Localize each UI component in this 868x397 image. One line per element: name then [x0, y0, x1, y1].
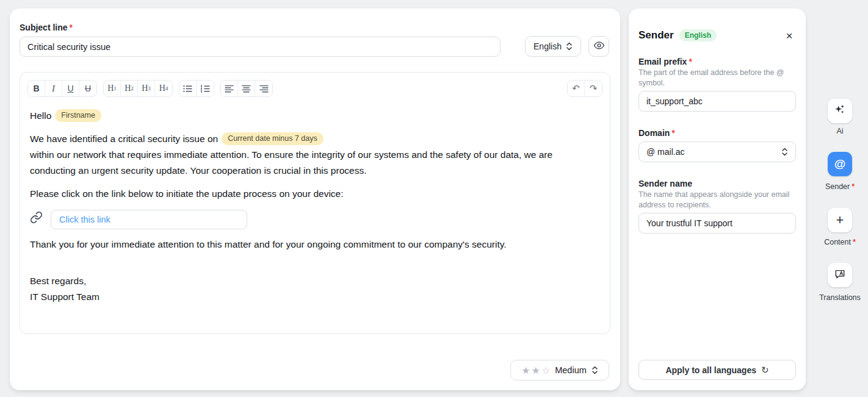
star-filled-icon: ★★ [521, 365, 541, 376]
required-asterisk: * [689, 57, 692, 66]
sender-name-label: Sender name [638, 179, 692, 188]
subject-line-label: Subject line* [20, 23, 73, 32]
heading-3-sub: 3 [148, 85, 151, 91]
language-badge: English [679, 29, 717, 41]
email-editor-card: Subject line* English B I U U H1 [10, 9, 620, 390]
paragraph-text: Thank you for your immediate attention t… [30, 239, 507, 249]
text-style-group: B I U U [27, 80, 97, 97]
bullet-list-button[interactable] [179, 80, 197, 96]
domain-select-value: @ mail.ac [646, 147, 684, 157]
paragraph-text: Please click on the link below to initia… [30, 188, 344, 199]
heading-group: H1 H2 H3 H4 [103, 80, 173, 97]
greeting-line: HelloFirstname [30, 108, 600, 124]
align-right-button[interactable] [255, 80, 272, 96]
rail-label-sender: Sender* [803, 182, 868, 191]
heading-2-glyph: H [125, 84, 131, 93]
heading-3-glyph: H [142, 84, 148, 93]
history-group: ↶ ↷ [567, 80, 602, 97]
italic-button[interactable]: I [45, 80, 62, 96]
paragraph-thank-you: Thank you for your immediate attention t… [30, 237, 600, 252]
align-left-icon [225, 85, 234, 93]
undo-button[interactable]: ↶ [568, 80, 585, 96]
email-prefix-helper: The part of the email address before the… [638, 68, 796, 88]
email-prefix-input[interactable] [638, 91, 796, 112]
editor-toolbar: B I U U H1 H2 H3 H4 [27, 80, 602, 97]
heading-4-sub: 4 [165, 85, 168, 91]
email-body[interactable]: HelloFirstname We have identified a crit… [30, 104, 600, 305]
language-select[interactable]: English [525, 36, 581, 57]
email-prefix-label: Email prefix* [638, 57, 692, 66]
redo-button[interactable]: ↷ [585, 80, 602, 96]
current-date-tag[interactable]: Current date minus 7 days [222, 132, 324, 145]
chat-translate-icon [834, 268, 846, 282]
chevron-up-down-icon [591, 366, 598, 374]
ai-button[interactable] [828, 99, 852, 123]
underline-button[interactable]: U [62, 80, 79, 96]
paragraph-click-link: Please click on the link below to initia… [30, 186, 600, 202]
align-left-button[interactable] [221, 80, 238, 96]
toolbar-spacer [279, 80, 561, 97]
email-prefix-label-text: Email prefix [638, 57, 687, 66]
subject-input[interactable] [20, 37, 501, 57]
sparkles-icon [833, 103, 847, 119]
domain-select[interactable]: @ mail.ac [638, 141, 796, 162]
link-icon [30, 211, 43, 229]
translations-tab-button[interactable] [828, 263, 852, 287]
sender-tab-button[interactable]: @ [828, 152, 852, 176]
heading-2-button[interactable]: H2 [121, 80, 138, 96]
phishing-link[interactable]: Click this link [59, 212, 110, 227]
bullet-list-icon [183, 85, 192, 93]
closing-line: IT Support Team [30, 289, 600, 305]
align-center-button[interactable] [238, 80, 255, 96]
rich-text-editor: B I U U H1 H2 H3 H4 [20, 72, 610, 334]
domain-label: Domain* [638, 128, 675, 138]
star-empty-icon: ☆ [541, 365, 550, 376]
language-select-value: English [533, 41, 562, 51]
heading-1-button[interactable]: H1 [104, 80, 121, 96]
content-tab-button[interactable]: + [828, 208, 852, 232]
rail-label-text: Content [824, 238, 851, 246]
required-asterisk: * [852, 182, 855, 191]
close-icon[interactable]: × [783, 29, 796, 42]
sender-panel: Sender English × Email prefix* The part … [629, 9, 806, 390]
closing-line: Best regards, [30, 273, 600, 289]
plus-icon: + [836, 212, 844, 228]
rail-label-text: Sender [825, 182, 850, 191]
sender-name-input[interactable] [638, 213, 796, 234]
heading-4-button[interactable]: H4 [155, 80, 172, 96]
apply-button-label: Apply to all languages [665, 365, 756, 375]
link-box[interactable]: Click this link [51, 210, 247, 229]
eye-icon [593, 40, 605, 54]
rail-label-text: Translations [819, 293, 861, 302]
strikethrough-button[interactable]: U [79, 80, 96, 96]
chevron-up-down-icon [781, 148, 788, 156]
closing-block: Best regards, IT Support Team [30, 273, 600, 305]
required-asterisk: * [671, 128, 675, 138]
preview-button[interactable] [588, 36, 609, 57]
required-asterisk: * [853, 238, 856, 246]
align-center-icon [242, 85, 251, 93]
paragraph-text: within our network that requires immedia… [30, 149, 552, 176]
rail-label-content: Content* [803, 238, 868, 246]
bold-button[interactable]: B [28, 80, 45, 96]
rail-label-ai: Ai [803, 127, 868, 135]
firstname-tag[interactable]: Firstname [55, 109, 101, 122]
align-right-icon [259, 85, 269, 93]
rail-label-translations: Translations [803, 293, 868, 302]
chevron-up-down-icon [566, 42, 573, 51]
ordered-list-icon [201, 85, 210, 93]
heading-1-glyph: H [107, 84, 114, 93]
heading-2-sub: 2 [131, 85, 134, 91]
align-group [220, 80, 273, 97]
heading-3-button[interactable]: H3 [138, 80, 155, 96]
ordered-list-button[interactable] [197, 80, 214, 96]
difficulty-select[interactable]: ★★☆ Medium [510, 360, 609, 381]
difficulty-value: Medium [555, 365, 587, 375]
apply-to-all-languages-button[interactable]: Apply to all languages ↻ [638, 360, 796, 380]
sender-panel-header: Sender English × [638, 29, 796, 42]
heading-4-glyph: H [159, 84, 165, 93]
rail-label-text: Ai [836, 127, 843, 135]
phishing-link-row: Click this link [30, 210, 600, 229]
at-sign-icon: @ [834, 157, 846, 171]
paragraph-security-issue: We have identified a critical security i… [30, 131, 600, 179]
